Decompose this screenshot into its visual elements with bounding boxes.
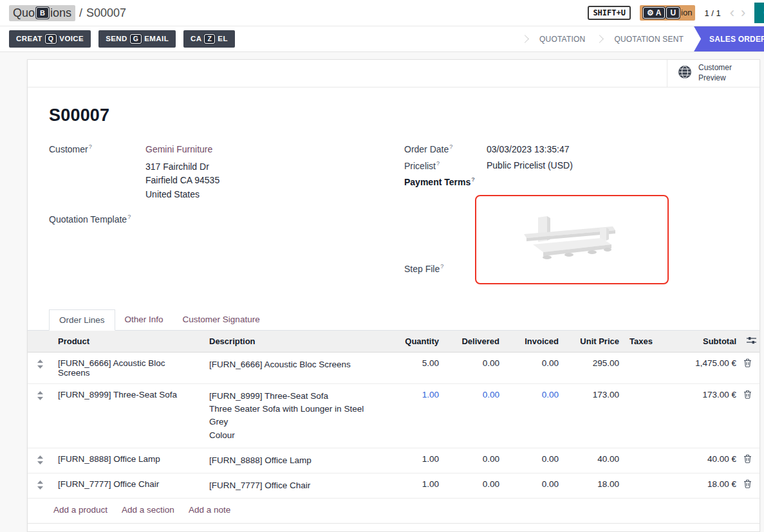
step-file-field: Step File?	[404, 195, 734, 284]
cell-description[interactable]: [FURN_7777] Office Chair	[204, 473, 390, 499]
notebook-tabs: Order Lines Other Info Customer Signatur…	[28, 309, 759, 331]
cell-quantity[interactable]: 1.00	[390, 473, 444, 499]
drag-handle-icon[interactable]	[28, 383, 52, 448]
tab-order-lines[interactable]: Order Lines	[49, 309, 115, 331]
cell-delivered[interactable]: 0.00	[444, 473, 505, 499]
add-section-link[interactable]: Add a section	[122, 505, 174, 515]
column-header-delivered[interactable]: Delivered	[444, 331, 505, 353]
top-bar: QuoBions / S00007 SHIFT+U ⚙A U ion 1 / 1…	[0, 0, 764, 26]
table-row[interactable]: [FURN_6666] Acoustic Bloc Screens [FURN_…	[28, 352, 760, 383]
help-icon: ?	[436, 160, 440, 167]
cell-product[interactable]: [FURN_8999] Three-Seat Sofa	[52, 383, 204, 448]
column-header-product[interactable]: Product	[52, 331, 204, 353]
cell-taxes[interactable]	[624, 352, 657, 383]
gear-icon[interactable]: ⚙A	[643, 7, 665, 19]
table-row[interactable]: [FURN_8888] Office Lamp [FURN_8888] Offi…	[28, 448, 760, 473]
help-icon: ?	[440, 263, 443, 270]
breadcrumb: QuoBions / S00007	[9, 5, 126, 21]
column-header-invoiced[interactable]: Invoiced	[505, 331, 564, 353]
payment-terms-field[interactable]: Payment Terms?	[404, 176, 734, 187]
cell-delivered[interactable]: 0.00	[444, 383, 505, 448]
step-file-preview[interactable]	[475, 195, 669, 284]
send-email-button[interactable]: SENDGEMAIL	[98, 30, 176, 48]
cell-description[interactable]: [FURN_8999] Three-Seat Sofa Three Seater…	[204, 383, 390, 448]
tab-other-info[interactable]: Other Info	[115, 309, 173, 330]
delete-row-icon[interactable]	[741, 352, 760, 383]
delete-row-icon[interactable]	[741, 448, 760, 473]
pricelist-value[interactable]: Public Pricelist (USD)	[487, 160, 573, 170]
action-menu-button[interactable]: ⚙A U ion	[640, 5, 695, 21]
smart-button-row: Customer Preview	[28, 60, 759, 87]
optional-columns-icon[interactable]	[741, 331, 760, 353]
cell-product[interactable]: [FURN_7777] Office Chair	[52, 473, 204, 499]
delete-row-icon[interactable]	[741, 383, 760, 448]
cell-unit-price[interactable]: 40.00	[564, 448, 624, 473]
column-header-description[interactable]: Description	[204, 331, 390, 353]
column-header-unit-price[interactable]: Unit Price	[564, 331, 624, 353]
order-date-field: Order Date? 03/03/2023 13:35:47	[404, 143, 734, 154]
new-button[interactable]: Cl	[754, 3, 764, 23]
cell-quantity[interactable]: 5.00	[390, 352, 444, 383]
drag-handle-icon[interactable]	[28, 473, 52, 499]
customer-value-link[interactable]: Gemini Furniture	[145, 144, 212, 154]
cell-taxes[interactable]	[624, 383, 657, 448]
customer-address: 317 Fairchild Dr Fairfield CA 94535 Unit…	[145, 160, 404, 202]
cell-taxes[interactable]	[624, 448, 657, 473]
cell-delivered[interactable]: 0.00	[444, 448, 505, 473]
drag-handle-icon[interactable]	[28, 448, 52, 473]
table-row[interactable]: [FURN_7777] Office Chair [FURN_7777] Off…	[28, 473, 760, 499]
status-step-quotation-sent[interactable]: QUOTATION SENT	[604, 26, 694, 51]
pager-prev-icon[interactable]: ‹	[730, 6, 734, 20]
delete-row-icon[interactable]	[741, 473, 760, 499]
cell-subtotal: 173.00 €	[657, 383, 741, 448]
page-title: S00007	[49, 105, 734, 125]
action-menu-label: ion	[681, 8, 692, 17]
drag-handle-icon[interactable]	[28, 352, 52, 383]
cell-unit-price[interactable]: 173.00	[564, 383, 624, 448]
customer-preview-button[interactable]: Customer Preview	[667, 60, 759, 87]
keyboard-hint-q: Q	[45, 34, 57, 44]
cell-product[interactable]: [FURN_8888] Office Lamp	[52, 448, 204, 473]
globe-icon	[678, 65, 692, 82]
tab-customer-signature[interactable]: Customer Signature	[173, 309, 270, 330]
cell-delivered[interactable]: 0.00	[444, 352, 505, 383]
add-product-link[interactable]: Add a product	[53, 505, 107, 515]
cell-unit-price[interactable]: 295.00	[564, 352, 624, 383]
payment-terms-label: Payment Terms?	[404, 176, 487, 187]
cell-invoiced[interactable]: 0.00	[505, 448, 564, 473]
action-buttons: CREATQVOICE SENDGEMAIL CAZEL	[9, 26, 235, 51]
cell-invoiced[interactable]: 0.00	[505, 352, 564, 383]
sheet-bottom: Terms and conditions... Total: 1,706.00 …	[28, 524, 759, 532]
breadcrumb-quotations-link[interactable]: QuoBions	[9, 5, 75, 21]
column-header-subtotal[interactable]: Subtotal	[657, 331, 741, 353]
cell-subtotal: 40.00 €	[657, 448, 741, 473]
keyboard-hint-z: Z	[204, 34, 215, 44]
status-step-sales-order[interactable]: SALES ORDER	[694, 26, 764, 51]
cell-quantity[interactable]: 1.00	[390, 448, 444, 473]
table-row[interactable]: [FURN_8999] Three-Seat Sofa [FURN_8999] …	[28, 383, 760, 448]
create-invoice-button[interactable]: CREATQVOICE	[9, 30, 91, 48]
pager-nav: ‹ ›	[730, 6, 746, 20]
cancel-button[interactable]: CAZEL	[183, 30, 235, 48]
cell-unit-price[interactable]: 18.00	[564, 473, 624, 499]
order-date-value[interactable]: 03/03/2023 13:35:47	[487, 144, 569, 154]
cell-invoiced[interactable]: 0.00	[505, 383, 564, 448]
cell-description[interactable]: [FURN_6666] Acoustic Bloc Screens	[204, 352, 390, 383]
status-separator-icon	[596, 35, 604, 43]
cell-product[interactable]: [FURN_6666] Acoustic Bloc Screens	[52, 352, 204, 383]
add-note-link[interactable]: Add a note	[189, 505, 230, 515]
cell-invoiced[interactable]: 0.00	[505, 473, 564, 499]
cell-quantity[interactable]: 1.00	[390, 383, 444, 448]
cell-description[interactable]: [FURN_8888] Office Lamp	[204, 448, 390, 473]
table-header-row: Product Description Quantity Delivered I…	[28, 331, 760, 353]
pager-next-icon[interactable]: ›	[741, 6, 745, 20]
status-bar: QUOTATION QUOTATION SENT SALES ORDER	[521, 26, 764, 51]
cell-taxes[interactable]	[624, 473, 657, 499]
pricelist-label: Pricelist?	[404, 160, 487, 171]
column-header-taxes[interactable]: Taxes	[624, 331, 657, 353]
order-sheet: Customer Preview S00007 Customer? Gemini…	[27, 59, 760, 532]
column-header-quantity[interactable]: Quantity	[390, 331, 444, 353]
quotation-template-field[interactable]: Quotation Template?	[49, 214, 404, 225]
status-step-quotation[interactable]: QUOTATION	[529, 26, 595, 51]
field-column-right: Order Date? 03/03/2023 13:35:47 Pricelis…	[404, 143, 734, 290]
